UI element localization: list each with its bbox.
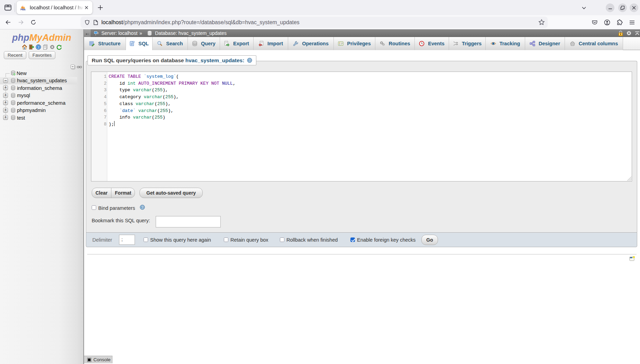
svg-text:?: ? [37,45,39,49]
svg-text:?: ? [141,206,143,209]
svg-text:PMA: PMA [20,8,26,11]
svg-text:?: ? [249,59,250,62]
